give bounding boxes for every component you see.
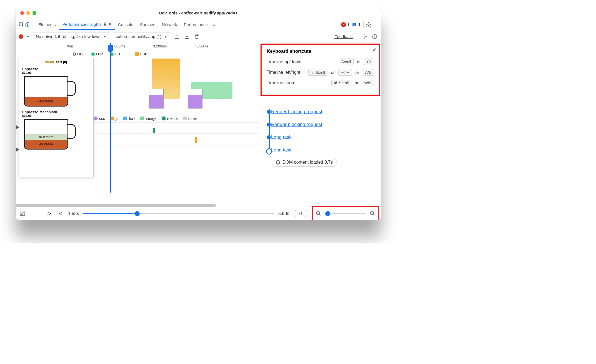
- legend-image: image: [140, 116, 156, 121]
- legend-css: css: [94, 116, 105, 121]
- key-shift-scroll: ⇧ Scroll: [308, 69, 327, 76]
- export-icon[interactable]: [174, 33, 180, 40]
- import-icon[interactable]: [184, 33, 190, 40]
- titlebar: DevTools - coffee-cart.netlify.app/?ad=1: [16, 7, 381, 19]
- horizontal-scrollbar[interactable]: [16, 204, 216, 207]
- svg-rect-3: [353, 24, 355, 24]
- message-count[interactable]: 1: [352, 22, 360, 27]
- marker-dcl[interactable]: DCL: [73, 52, 85, 56]
- playback-slider[interactable]: [83, 213, 274, 214]
- feedback-link[interactable]: Feedback: [334, 34, 353, 39]
- rewind-icon[interactable]: [57, 210, 64, 217]
- message-icon: [352, 22, 357, 27]
- close-icon[interactable]: ✕: [372, 47, 376, 53]
- zoom-out-icon[interactable]: [315, 210, 322, 217]
- legend-other: other: [183, 116, 197, 121]
- insight-item[interactable]: Long task: [271, 135, 381, 140]
- marker-tti[interactable]: TTI: [110, 52, 120, 56]
- tab-elements[interactable]: Elements: [35, 19, 59, 30]
- zoom-controls: [312, 206, 379, 220]
- device-toolbar-icon[interactable]: [25, 21, 31, 28]
- timeline-panel[interactable]: 0ms 1,600ms 3,200ms 4,800ms DCL FCP TTI …: [16, 43, 260, 207]
- zoom-slider[interactable]: [325, 213, 366, 214]
- inspect-icon[interactable]: [18, 21, 25, 28]
- preview-product-2-price: $12.00: [22, 114, 90, 117]
- main-panel: 0ms 1,600ms 3,200ms 4,800ms DCL FCP TTI …: [16, 43, 381, 207]
- no-screenshot-icon[interactable]: [19, 210, 26, 217]
- keyboard-shortcuts-panel: Keyboard shortcuts ✕ Timeline up/down Sc…: [261, 44, 380, 96]
- recording-select[interactable]: coffee-cart.netlify.app (1)▼: [113, 32, 170, 41]
- insights-toolbar: ▼ No network throttling, 4× slowdown▼ co…: [16, 30, 381, 43]
- legend-js: js: [110, 116, 118, 121]
- legend-font: font: [123, 116, 135, 121]
- scrollbar-thumb[interactable]: [16, 204, 216, 207]
- preview-product-1-price: $10.00: [22, 71, 90, 74]
- close-tab-icon[interactable]: ×: [109, 22, 111, 27]
- key-arrows-ud: ↑/↓: [364, 59, 374, 65]
- panel-settings-icon[interactable]: [361, 33, 368, 40]
- key-scroll: Scroll: [339, 59, 354, 65]
- insight-item[interactable]: Long task: [271, 147, 381, 153]
- more-tabs-icon[interactable]: »: [211, 21, 218, 28]
- record-menu-icon[interactable]: ▼: [26, 35, 29, 38]
- shortcuts-title: Keyboard shortcuts: [267, 49, 374, 54]
- svg-rect-2: [26, 24, 28, 27]
- tab-console[interactable]: Console: [115, 19, 137, 30]
- key-arrows-lr: ←/→: [338, 69, 352, 76]
- legend-media: media: [162, 116, 178, 121]
- insight-item[interactable]: Render blocking request: [271, 109, 381, 115]
- settings-icon[interactable]: [365, 21, 372, 28]
- error-icon: ✕: [341, 22, 346, 27]
- network-legend: css js font image media other: [94, 115, 260, 122]
- shortcut-row-zoom: Timeline zoom ⌘ Scroll or W/S: [267, 80, 374, 86]
- zoom-in-icon[interactable]: [369, 210, 376, 217]
- kebab-icon[interactable]: ⋮: [372, 21, 379, 28]
- marker-fcp[interactable]: FCP: [91, 52, 103, 56]
- end-time: 5.93s: [278, 211, 289, 216]
- dcl-chip[interactable]: DOM content loaded 0.7s: [272, 158, 337, 167]
- preview-product-2-name: Espresso Macchiato: [22, 110, 90, 114]
- screenshot-thumb[interactable]: [149, 89, 164, 108]
- playback-bar: 1.53s 5.93s x1: [16, 207, 381, 220]
- devtools-window: DevTools - coffee-cart.netlify.app/?ad=1…: [16, 7, 381, 220]
- screenshot-thumb[interactable]: [188, 89, 202, 108]
- tab-performance-insights[interactable]: Performance insights ×: [59, 19, 115, 30]
- tab-network[interactable]: Network: [159, 19, 181, 30]
- help-icon[interactable]: ?: [371, 33, 378, 40]
- time-ruler: 0ms 1,600ms 3,200ms 4,800ms: [16, 43, 260, 51]
- timing-markers: DCL FCP TTI LCP: [16, 51, 260, 59]
- record-button[interactable]: [19, 34, 23, 39]
- shortcut-row-leftright: Timeline left/right ⇧ Scroll or ←/→ or A…: [267, 69, 374, 76]
- screenshot-preview: menu cart (0) Espresso $10.00 espresso E…: [19, 58, 94, 177]
- speed-button[interactable]: x1: [294, 210, 307, 217]
- play-icon[interactable]: [46, 210, 52, 217]
- svg-point-4: [368, 24, 369, 26]
- svg-rect-0: [19, 22, 23, 26]
- marker-lcp[interactable]: LCP: [135, 52, 147, 56]
- preview-product-1-name: Espresso: [22, 67, 90, 71]
- experiment-icon: [103, 22, 107, 26]
- window-title: DevTools - coffee-cart.netlify.app/?ad=1: [16, 11, 381, 15]
- shortcut-row-updown: Timeline up/down Scroll or ↑/↓: [267, 59, 374, 65]
- devtools-tabs: Elements Performance insights × Console …: [16, 19, 381, 30]
- tab-sources[interactable]: Sources: [137, 19, 159, 30]
- playhead[interactable]: [110, 43, 111, 193]
- error-count[interactable]: ✕ 1: [341, 22, 349, 27]
- key-ws: W/S: [362, 80, 374, 86]
- throttling-select[interactable]: No network throttling, 4× slowdown▼: [33, 32, 109, 41]
- timeline-strip: menu cart (0) Espresso $10.00 espresso E…: [16, 59, 260, 122]
- svg-point-5: [364, 36, 365, 37]
- current-dot: [266, 148, 272, 155]
- delete-icon[interactable]: [194, 33, 200, 40]
- insights-side-panel: Keyboard shortcuts ✕ Timeline up/down Sc…: [260, 43, 381, 207]
- insights-list: Render blocking request Render blocking …: [260, 109, 381, 153]
- cup-icon: milk foam espresso: [24, 119, 68, 150]
- key-ad: A/D: [363, 69, 374, 76]
- insight-item[interactable]: Render blocking request: [271, 122, 381, 127]
- current-time: 1.53s: [68, 211, 79, 216]
- tab-performance[interactable]: Performance: [181, 19, 211, 30]
- ring-icon: [276, 160, 280, 165]
- key-cmd-scroll: ⌘ Scroll: [331, 80, 351, 86]
- svg-text:?: ?: [374, 35, 375, 38]
- region-green[interactable]: [216, 82, 232, 99]
